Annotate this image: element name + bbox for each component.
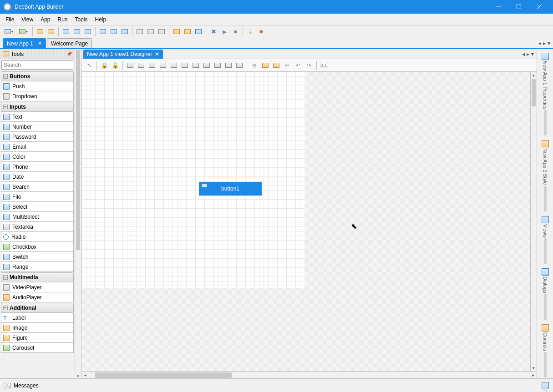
tool-search[interactable]: Search bbox=[1, 182, 74, 192]
placed-control-button1[interactable]: button1 bbox=[199, 182, 262, 196]
close-button[interactable] bbox=[529, 0, 549, 14]
vtab-frames[interactable]: Frames bbox=[541, 380, 550, 392]
paste-button[interactable] bbox=[271, 60, 281, 70]
vtab-controls[interactable]: Controls bbox=[541, 322, 550, 379]
menu-tools[interactable]: Tools bbox=[71, 15, 91, 24]
lock-button[interactable]: 🔒 bbox=[99, 60, 109, 70]
scroll-thumb[interactable] bbox=[532, 79, 536, 106]
pin-icon[interactable]: 📌 bbox=[66, 51, 72, 56]
menu-file[interactable]: File bbox=[2, 15, 18, 24]
tab-welcome-page[interactable]: Welcome Page bbox=[47, 38, 92, 48]
tool-push[interactable]: Push bbox=[1, 81, 74, 91]
menu-help[interactable]: Help bbox=[91, 15, 110, 24]
group-multimedia[interactable]: −Multimedia bbox=[1, 272, 74, 282]
open-folder-button[interactable] bbox=[46, 27, 56, 37]
minimize-button[interactable] bbox=[488, 0, 508, 14]
tool-textarea[interactable]: Textarea bbox=[1, 222, 74, 232]
scroll-left-icon[interactable]: ◂ bbox=[81, 373, 89, 377]
debug1-button[interactable]: ⇣ bbox=[245, 27, 255, 37]
group-additional[interactable]: −Additional bbox=[1, 303, 74, 313]
new-file-button[interactable]: ▾ bbox=[16, 27, 30, 37]
design-surface[interactable]: button1 bbox=[81, 72, 304, 288]
scroll-down-icon[interactable]: ▾ bbox=[75, 374, 81, 378]
save-all-button[interactable] bbox=[72, 27, 82, 37]
vtab-views[interactable]: Views bbox=[541, 214, 550, 266]
tool-password[interactable]: Password bbox=[1, 132, 74, 142]
close-icon[interactable]: ✕ bbox=[155, 51, 159, 57]
canvas[interactable]: button1 ⬉ bbox=[81, 72, 530, 371]
add-dialog-button[interactable] bbox=[109, 27, 119, 37]
group-inputs[interactable]: −Inputs bbox=[1, 102, 74, 112]
action3-button[interactable] bbox=[193, 27, 203, 37]
same-height-button[interactable] bbox=[223, 60, 233, 70]
chevron-down-icon[interactable]: ▾ bbox=[531, 51, 534, 57]
designer-tab-view1[interactable]: New App 1 view1 Designer ✕ bbox=[83, 50, 163, 59]
run-button[interactable]: ▶ bbox=[219, 27, 229, 37]
chevron-right-icon[interactable]: ▸ bbox=[543, 40, 546, 46]
tab-nav-arrows[interactable]: ◂ ▸ ▾ bbox=[538, 40, 550, 46]
distribute-h-button[interactable] bbox=[191, 60, 201, 70]
tool-multiselect[interactable]: MultiSelect bbox=[1, 212, 74, 222]
add-view-button[interactable] bbox=[98, 27, 108, 37]
distribute-v-button[interactable] bbox=[202, 60, 212, 70]
tool-videoplayer[interactable]: VideoPlayer bbox=[1, 282, 74, 292]
tool-label[interactable]: TLabel bbox=[1, 313, 74, 323]
tool-range[interactable]: Range bbox=[1, 262, 74, 272]
scroll-up-icon[interactable]: ▴ bbox=[531, 73, 537, 77]
menu-run[interactable]: Run bbox=[54, 15, 71, 24]
chevron-down-icon[interactable]: ▾ bbox=[548, 40, 550, 46]
canvas-hscroll[interactable]: ◂ ▸ bbox=[81, 371, 537, 378]
tool-file[interactable]: File bbox=[1, 192, 74, 202]
cut-button[interactable]: ✂ bbox=[282, 60, 292, 70]
vtab-properties[interactable]: New App 1 Properties bbox=[541, 51, 550, 137]
save-button[interactable] bbox=[61, 27, 71, 37]
scroll-down-icon[interactable]: ▾ bbox=[531, 366, 537, 370]
tool-switch[interactable]: Switch bbox=[1, 252, 74, 262]
delete-button[interactable]: ⊖ bbox=[249, 60, 259, 70]
align-center-v-button[interactable] bbox=[180, 60, 190, 70]
close-icon[interactable]: ✕ bbox=[38, 40, 42, 46]
ratio-button[interactable]: 1:1 bbox=[319, 60, 329, 70]
stop-button[interactable]: ■ bbox=[230, 27, 240, 37]
copy-button[interactable] bbox=[260, 60, 270, 70]
action1-button[interactable] bbox=[172, 27, 182, 37]
tool-carousel[interactable]: Carousel bbox=[1, 343, 74, 353]
tool-date[interactable]: Date bbox=[1, 172, 74, 182]
tool-figure[interactable]: Figure bbox=[1, 333, 74, 343]
align-left-button[interactable] bbox=[125, 60, 135, 70]
group-buttons[interactable]: −Buttons bbox=[1, 71, 74, 81]
scroll-thumb[interactable] bbox=[95, 372, 232, 378]
align-bottom-button[interactable] bbox=[158, 60, 168, 70]
tool-audioplayer[interactable]: AudioPlayer bbox=[1, 292, 74, 302]
settings-button[interactable]: ✖ bbox=[208, 27, 218, 37]
tool-checkbox[interactable]: Checkbox bbox=[1, 242, 74, 252]
tool-select[interactable]: Select bbox=[1, 202, 74, 212]
messages-icon[interactable] bbox=[4, 383, 11, 388]
tool-color[interactable]: Color bbox=[1, 152, 74, 162]
vtab-style[interactable]: New App 1 Style bbox=[541, 138, 550, 213]
tool-email[interactable]: Email bbox=[1, 142, 74, 152]
scroll-right-icon[interactable]: ▸ bbox=[529, 373, 537, 377]
grid3-button[interactable] bbox=[157, 27, 167, 37]
same-width-button[interactable] bbox=[213, 60, 223, 70]
chevron-right-icon[interactable]: ▸ bbox=[527, 51, 529, 57]
tool-number[interactable]: Number bbox=[1, 122, 74, 132]
tools-search-input[interactable] bbox=[1, 60, 73, 70]
tool-phone[interactable]: Phone bbox=[1, 162, 74, 172]
maximize-button[interactable] bbox=[508, 0, 529, 14]
grid2-button[interactable] bbox=[146, 27, 156, 37]
align-right-button[interactable] bbox=[136, 60, 146, 70]
scroll-thumb[interactable] bbox=[76, 50, 80, 250]
chevron-left-icon[interactable]: ◂ bbox=[538, 40, 541, 46]
tool-dropdown[interactable]: Dropdown bbox=[1, 91, 74, 101]
cursor-tool-button[interactable]: ↖ bbox=[84, 60, 94, 70]
grid1-button[interactable] bbox=[135, 27, 145, 37]
canvas-vscroll[interactable]: ▴ ▾ bbox=[530, 72, 537, 371]
action2-button[interactable] bbox=[183, 27, 193, 37]
undo-button[interactable]: ↶ bbox=[293, 60, 303, 70]
menu-app[interactable]: App bbox=[37, 15, 54, 24]
align-center-h-button[interactable] bbox=[169, 60, 179, 70]
debug2-button[interactable]: ✹ bbox=[256, 27, 266, 37]
menu-view[interactable]: View bbox=[18, 15, 37, 24]
redo-button[interactable]: ↷ bbox=[304, 60, 314, 70]
